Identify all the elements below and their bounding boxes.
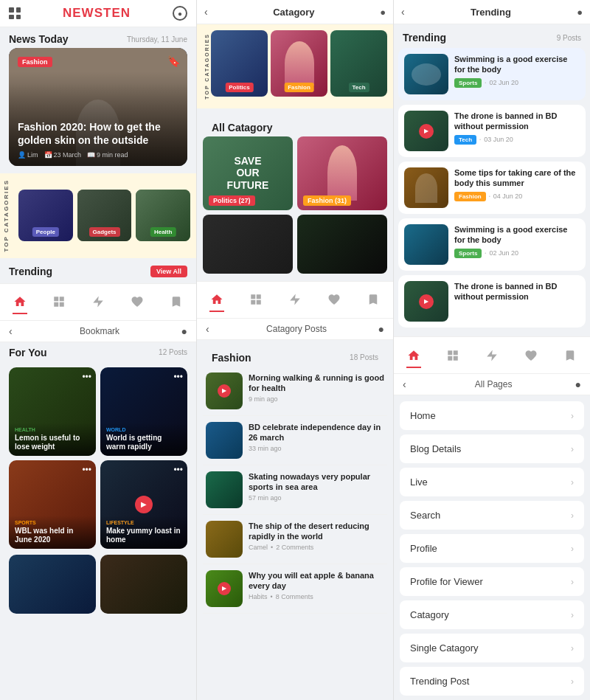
trending-title-2: Some tips for taking care of the body th…	[454, 167, 580, 189]
page-nav-profile[interactable]: Profile ›	[400, 534, 584, 563]
p2-nav-grid[interactable]	[249, 293, 263, 306]
for-you-item-0[interactable]: ••• HEALTH Lemon is useful to lose weigh…	[9, 367, 96, 456]
fpost-time-1: 33 min ago	[249, 445, 384, 452]
play-button-3[interactable]: ▶	[135, 496, 153, 513]
page-nav-search[interactable]: Search ›	[400, 501, 584, 530]
for-you-item-3[interactable]: ▶ ••• LIFESTYLE Make yummy loast in home	[100, 460, 187, 549]
fpost-title-0: Morning walking & running is good for he…	[249, 372, 384, 394]
page-nav-trending-post[interactable]: Trending Post ›	[400, 667, 584, 696]
p3-nav-heart[interactable]	[524, 349, 538, 362]
fashion-title: Fashion	[212, 352, 251, 364]
for-you-cat-2: SPORTS	[15, 520, 90, 525]
panel2-top-cats: TOP CATAGORIES Politics Fashion Tech	[197, 24, 393, 108]
tag-tech-1: Tech	[454, 135, 476, 145]
nav-heart[interactable]	[131, 295, 144, 308]
fashion-post-0[interactable]: ▶ Morning walking & running is good for …	[203, 367, 387, 416]
p2-back-arrow-icon[interactable]: ‹	[206, 323, 209, 335]
for-you-header: For You 12 Posts	[0, 342, 196, 361]
panel1-search-icon[interactable]: ●	[181, 325, 187, 337]
trending-item-4[interactable]: ▶ The drone is banned in BD without perm…	[398, 275, 586, 328]
top-cat-fashion[interactable]: Fashion	[271, 30, 327, 97]
panel3-back-icon[interactable]: ‹	[401, 6, 405, 18]
cat-item-fashion[interactable]: Fashion (31)	[297, 136, 387, 210]
hero-card[interactable]: Fashion 🔖 Fashion 2020: How to get the g…	[9, 48, 187, 166]
fpost-title-4: Why you will eat apple & banana every da…	[249, 570, 384, 592]
category-people[interactable]: People	[18, 190, 73, 241]
category-health[interactable]: Health	[136, 190, 190, 241]
more-items-hint	[0, 555, 196, 620]
page-nav-profile-viewer[interactable]: Profile for Viewer ›	[400, 567, 584, 596]
page-nav-catagory-label: Catagory	[410, 609, 449, 620]
panel3-search-icon-sm[interactable]: ●	[575, 378, 581, 390]
p3-back-arrow-icon[interactable]: ‹	[403, 378, 406, 390]
news-today-header: News Today Thursday, 11 June	[0, 27, 196, 48]
for-you-grid: ••• HEALTH Lemon is useful to lose weigh…	[9, 367, 187, 549]
top-cat-tech[interactable]: Tech	[330, 30, 387, 97]
for-you-overlay-0: HEALTH Lemon is useful to lose weight	[9, 423, 96, 456]
trending-tag-row-0: Sports • 02 Jun 20	[454, 78, 580, 88]
cat-item-dark1[interactable]	[203, 215, 293, 274]
category-gadgets[interactable]: Gadgets	[77, 190, 132, 241]
top-cat-politics[interactable]: Politics	[211, 30, 268, 97]
cat-item-politics[interactable]: SAVEOURFUTURE Politics (27)	[203, 136, 293, 210]
panel1-topbar: NEWSTEN ●	[0, 0, 196, 27]
trending-info-4: The drone is banned in BD without permis…	[454, 281, 580, 305]
trending-section: Trending View All	[0, 266, 196, 277]
grid-icon[interactable]	[9, 7, 21, 19]
fashion-post-1[interactable]: BD celebrate independence day in 26 marc…	[203, 416, 387, 465]
p2-nav-lightning[interactable]	[288, 293, 302, 306]
for-you-overlay-3: LIFESTYLE Make yummy loast in home	[100, 516, 187, 549]
trending-item-0[interactable]: Swimming is a good exercise for the body…	[398, 48, 586, 100]
more-menu-1[interactable]: •••	[173, 372, 183, 382]
trending-item-2[interactable]: Some tips for taking care of the body th…	[398, 162, 586, 214]
chevron-right-icon-6: ›	[571, 610, 574, 620]
p2-nav-home[interactable]	[210, 293, 223, 306]
back-arrow-icon[interactable]: ‹	[9, 325, 13, 337]
panel3-search-icon[interactable]: ●	[577, 7, 583, 18]
trending-item-1[interactable]: ▶ The drone is banned in BD without perm…	[398, 105, 586, 157]
view-all-button[interactable]: View All	[150, 266, 187, 277]
nav-home[interactable]	[13, 295, 27, 308]
fashion-post-3[interactable]: The ship of the desert reducing rapidly …	[203, 515, 387, 564]
search-icon[interactable]: ●	[173, 6, 187, 21]
all-cat-grid: SAVEOURFUTURE Politics (27) Fashion (31)	[203, 136, 387, 210]
hero-bookmark-icon[interactable]: 🔖	[167, 55, 180, 67]
p2-nav-bookmark[interactable]	[367, 293, 380, 306]
fpost-meta-4: Habits•8 Comments	[249, 593, 384, 600]
p2-nav-heart[interactable]	[327, 293, 341, 306]
trending-info-3: Swimming is a good exercise for the body…	[454, 224, 580, 258]
for-you-item-more-2[interactable]	[100, 555, 187, 614]
for-you-item-more-1[interactable]	[9, 555, 96, 614]
page-nav-live[interactable]: Live ›	[400, 468, 584, 496]
more-menu-2[interactable]: •••	[82, 465, 91, 475]
panel2-back-icon[interactable]: ‹	[204, 6, 208, 18]
page-nav-profile-label: Profile	[410, 543, 437, 554]
page-nav-home[interactable]: Home ›	[400, 401, 584, 430]
fashion-post-info-3: The ship of the desert reducing rapidly …	[249, 521, 384, 552]
p3-nav-home[interactable]	[407, 349, 420, 362]
nav-bookmark[interactable]	[170, 295, 183, 308]
page-nav-catagory[interactable]: Catagory ›	[400, 600, 584, 629]
for-you-cat-0: HEALTH	[15, 427, 90, 432]
cat-label-people: People	[32, 227, 59, 237]
panel2-search-icon-sm[interactable]: ●	[378, 323, 384, 335]
fashion-post-2[interactable]: Skating nowadays very popular sports in …	[203, 465, 387, 515]
p3-nav-grid[interactable]	[446, 349, 459, 362]
more-menu-0[interactable]: •••	[82, 372, 91, 382]
nav-lightning[interactable]	[91, 295, 105, 308]
fashion-post-4[interactable]: ▶ Why you will eat apple & banana every …	[203, 564, 387, 614]
panel2-search-icon[interactable]: ●	[380, 7, 386, 18]
page-nav-single-catagory[interactable]: Single Catagory ›	[400, 634, 584, 662]
more-menu-3[interactable]: •••	[173, 465, 183, 475]
nav-grid[interactable]	[52, 295, 66, 308]
trending-item-3[interactable]: Swimming is a good exercise for the body…	[398, 218, 586, 271]
for-you-overlay-2: SPORTS WBL was held in June 2020	[9, 516, 96, 549]
cat-item-dark2[interactable]	[297, 215, 387, 274]
trending-thumb-3	[404, 224, 448, 265]
p3-nav-bookmark[interactable]	[563, 349, 577, 362]
trending-title: Trending	[9, 266, 52, 277]
for-you-item-1[interactable]: ••• WORLD World is getting warm rapidly	[100, 367, 187, 456]
for-you-item-2[interactable]: ••• SPORTS WBL was held in June 2020	[9, 460, 96, 549]
page-nav-blog-details[interactable]: Blog Details ›	[400, 434, 584, 463]
p3-nav-lightning[interactable]	[485, 349, 499, 362]
